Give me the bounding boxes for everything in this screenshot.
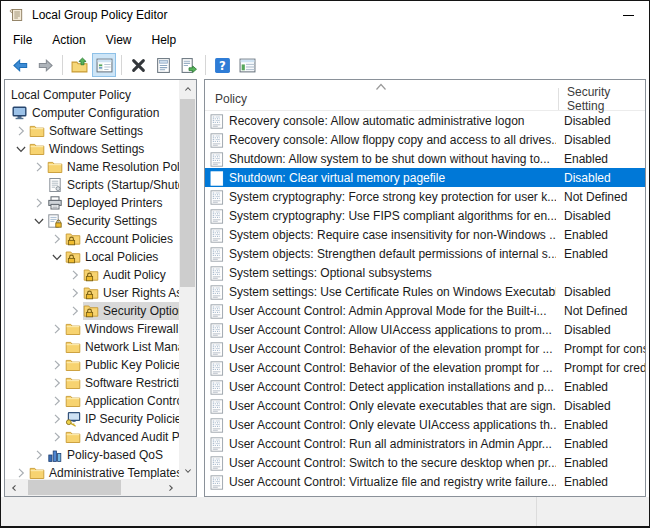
policy-row[interactable]: User Account Control: Allow UIAccess app… <box>205 320 645 339</box>
chevron-down-icon[interactable] <box>13 141 29 157</box>
menu-file[interactable]: File <box>5 31 40 49</box>
tree-item-body[interactable]: Computer Configuration <box>12 104 179 122</box>
pane-splitter[interactable] <box>197 79 204 497</box>
column-header-security-setting[interactable]: Security Setting <box>558 88 645 110</box>
chevron-right-icon[interactable] <box>49 231 65 247</box>
show-console-tree-button[interactable] <box>92 53 116 77</box>
tree-item-body[interactable]: Security Settings <box>47 212 179 230</box>
chevron-right-icon[interactable] <box>13 123 29 139</box>
chevron-right-icon[interactable] <box>49 375 65 391</box>
tree-item[interactable]: IP Security Policies o <box>49 410 179 428</box>
chevron-right-icon[interactable] <box>49 357 65 373</box>
policy-row[interactable]: User Account Control: Virtualize file an… <box>205 472 645 491</box>
chevron-down-icon[interactable] <box>31 213 47 229</box>
tree-item-body[interactable]: User Rights Assig <box>83 284 179 302</box>
tree-item-body[interactable]: Name Resolution Policy <box>47 158 179 176</box>
tree-item-body[interactable]: Audit Policy <box>83 266 179 284</box>
tree-item[interactable]: Local Computer Policy <box>5 86 179 104</box>
show-window-button[interactable] <box>235 53 259 77</box>
tree-item[interactable]: Network List Manag <box>49 338 179 356</box>
tree-item-body[interactable]: Software Settings <box>29 122 179 140</box>
tree-item[interactable]: Administrative Templates <box>13 464 179 479</box>
policy-row[interactable]: User Account Control: Only elevate execu… <box>205 396 645 415</box>
tree-item[interactable]: Windows Firewall wi <box>49 320 179 338</box>
vertical-scroll-thumb[interactable] <box>180 99 195 287</box>
tree-item-body[interactable]: Account Policies <box>65 230 179 248</box>
tree-item[interactable]: Computer Configuration <box>5 104 179 122</box>
tree-horizontal-scrollbar[interactable] <box>5 479 179 496</box>
chevron-right-icon[interactable] <box>31 159 47 175</box>
tree-item-body[interactable]: Advanced Audit Poli <box>65 428 179 446</box>
policy-row[interactable]: Shutdown: Clear virtual memory pagefileD… <box>205 168 645 187</box>
chevron-right-icon[interactable] <box>49 429 65 445</box>
chevron-right-icon[interactable] <box>49 321 65 337</box>
policy-row[interactable]: User Account Control: Only elevate UIAcc… <box>205 415 645 434</box>
tree-item[interactable]: Local Policies <box>49 248 179 266</box>
policy-row[interactable]: User Account Control: Detect application… <box>205 377 645 396</box>
policy-row[interactable]: Recovery console: Allow automatic admini… <box>205 111 645 130</box>
tree-item-body[interactable]: Local Policies <box>65 248 179 266</box>
tree-item[interactable]: Application Control <box>49 392 179 410</box>
scroll-right-button[interactable] <box>162 479 179 496</box>
policy-row[interactable]: User Account Control: Admin Approval Mod… <box>205 301 645 320</box>
tree-item[interactable]: Advanced Audit Poli <box>49 428 179 446</box>
chevron-right-icon[interactable] <box>31 195 47 211</box>
tree-item[interactable]: Audit Policy <box>67 266 179 284</box>
policy-row[interactable]: User Account Control: Run all administra… <box>205 434 645 453</box>
tree-item[interactable]: Deployed Printers <box>31 194 179 212</box>
delete-button[interactable] <box>126 53 150 77</box>
properties-button[interactable] <box>151 53 175 77</box>
tree-item[interactable]: Windows Settings <box>13 140 179 158</box>
tree-item-body[interactable]: Network List Manag <box>65 338 179 356</box>
chevron-right-icon[interactable] <box>67 267 83 283</box>
tree-item-body[interactable]: Security Options <box>83 302 179 320</box>
tree-item[interactable]: Software Restriction <box>49 374 179 392</box>
menu-help[interactable]: Help <box>144 31 185 49</box>
policy-row[interactable]: System objects: Strengthen default permi… <box>205 244 645 263</box>
export-list-button[interactable] <box>176 53 200 77</box>
horizontal-scroll-thumb[interactable] <box>28 480 121 495</box>
menu-action[interactable]: Action <box>44 31 93 49</box>
policy-row[interactable]: User Account Control: Behavior of the el… <box>205 358 645 377</box>
scroll-down-button[interactable] <box>179 462 196 479</box>
up-one-level-button[interactable] <box>67 53 91 77</box>
chevron-right-icon[interactable] <box>13 465 29 479</box>
chevron-right-icon[interactable] <box>31 447 47 463</box>
tree-item-body[interactable]: Local Computer Policy <box>5 86 179 104</box>
tree-item[interactable]: Public Key Policies <box>49 356 179 374</box>
tree-item-body[interactable]: IP Security Policies o <box>65 410 179 428</box>
tree-item-body[interactable]: Scripts (Startup/Shutdown) <box>47 176 179 194</box>
policy-row[interactable]: System cryptography: Use FIPS compliant … <box>205 206 645 225</box>
policy-row[interactable]: System settings: Use Certificate Rules o… <box>205 282 645 301</box>
tree-item[interactable]: Software Settings <box>13 122 179 140</box>
tree-item[interactable]: Security Settings <box>31 212 179 230</box>
policy-row[interactable]: User Account Control: Behavior of the el… <box>205 339 645 358</box>
chevron-right-icon[interactable] <box>67 285 83 301</box>
scroll-left-button[interactable] <box>5 479 22 496</box>
policy-row[interactable]: User Account Control: Switch to the secu… <box>205 453 645 472</box>
policy-row[interactable]: System objects: Require case insensitivi… <box>205 225 645 244</box>
tree-item[interactable]: User Rights Assig <box>67 284 179 302</box>
policy-row[interactable]: System cryptography: Force strong key pr… <box>205 187 645 206</box>
tree-item-body[interactable]: Software Restriction <box>65 374 179 392</box>
tree-item[interactable]: Account Policies <box>49 230 179 248</box>
tree-vertical-scrollbar[interactable] <box>179 80 196 479</box>
chevron-down-icon[interactable] <box>49 249 65 265</box>
policy-row[interactable]: Recovery console: Allow floppy copy and … <box>205 130 645 149</box>
tree-item-body[interactable]: Windows Firewall wi <box>65 320 179 338</box>
help-button[interactable]: ? <box>210 53 234 77</box>
tree-item-body[interactable]: Deployed Printers <box>47 194 179 212</box>
tree-item[interactable]: Name Resolution Policy <box>31 158 179 176</box>
scroll-up-button[interactable] <box>179 80 196 97</box>
forward-button[interactable] <box>33 53 57 77</box>
tree-item-body[interactable]: Public Key Policies <box>65 356 179 374</box>
tree-item-body[interactable]: Administrative Templates <box>29 464 179 479</box>
tree-item[interactable]: Security Options <box>67 302 179 320</box>
menu-view[interactable]: View <box>98 31 140 49</box>
tree-item[interactable]: Scripts (Startup/Shutdown) <box>31 176 179 194</box>
tree-item-body[interactable]: Windows Settings <box>29 140 179 158</box>
policy-row[interactable]: Shutdown: Allow system to be shut down w… <box>205 149 645 168</box>
policy-row[interactable]: System settings: Optional subsystems <box>205 263 645 282</box>
tree-item-body[interactable]: Policy-based QoS <box>47 446 179 464</box>
tree-item[interactable]: Policy-based QoS <box>31 446 179 464</box>
